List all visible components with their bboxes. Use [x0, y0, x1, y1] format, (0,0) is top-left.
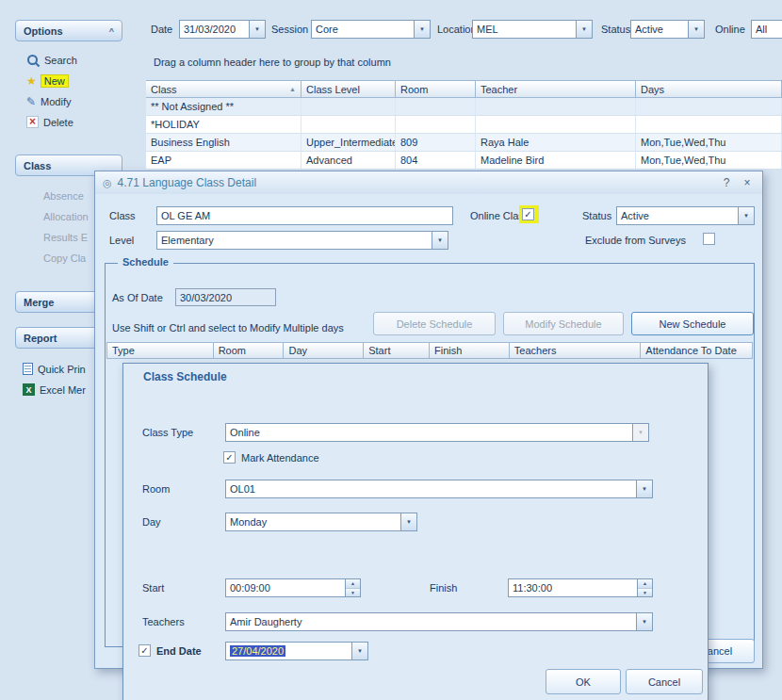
chevron-down-icon[interactable]: ▼: [414, 21, 430, 38]
button-label: Modify Schedule: [525, 318, 601, 330]
teachers-combo[interactable]: Amir Daugherty ▼: [225, 612, 653, 631]
chevron-down-icon[interactable]: ▼: [738, 207, 754, 224]
chevron-down-icon[interactable]: ▼: [576, 21, 592, 38]
sidebar-panel-options[interactable]: Options ^: [15, 20, 122, 41]
column-label: Teachers: [514, 345, 557, 356]
table-row[interactable]: *HOLIDAY: [146, 116, 782, 134]
spin-down-icon[interactable]: ▼: [638, 589, 652, 597]
close-icon[interactable]: ×: [740, 176, 755, 189]
chevron-down-icon[interactable]: ▼: [351, 643, 367, 659]
start-time-value: 00:09:00: [226, 582, 345, 594]
column-header-teachers[interactable]: Teachers: [510, 343, 642, 358]
help-icon[interactable]: ?: [719, 176, 734, 189]
level-combo[interactable]: Elementary ▼: [156, 231, 448, 250]
column-header-attendance[interactable]: Attendance To Date: [641, 343, 752, 358]
exclude-surveys-checkbox[interactable]: [703, 233, 715, 245]
cancel-button[interactable]: Cancel: [626, 669, 703, 694]
chevron-down-icon[interactable]: ▼: [432, 232, 448, 249]
spin-down-icon[interactable]: ▼: [346, 589, 360, 597]
spin-up-icon[interactable]: ▲: [638, 579, 652, 589]
cell-teacher: [476, 116, 636, 133]
chevron-down-icon[interactable]: ▼: [400, 513, 416, 530]
status-filter-combo[interactable]: Active ▼: [630, 20, 705, 39]
column-header-teacher[interactable]: Teacher: [476, 81, 636, 97]
table-row[interactable]: Business English Upper_Intermediate 809 …: [146, 134, 782, 152]
end-date-combo[interactable]: 27/04/2020 ▼: [225, 642, 368, 660]
finish-time-spinner[interactable]: 11:30:00 ▲ ▼: [508, 578, 653, 597]
dialog-titlebar[interactable]: ◎ 4.71 Language Class Detail ? ×: [95, 171, 762, 194]
cell-teacher: Raya Hale: [476, 134, 636, 151]
sidebar-item-search[interactable]: Search: [26, 54, 77, 67]
class-schedule-dialog: Class Schedule Class Type Online ▼ ✓ Mar…: [122, 363, 709, 700]
online-filter-combo[interactable]: All: [751, 20, 782, 39]
sidebar-item-label: New: [41, 75, 68, 87]
chevron-up-icon[interactable]: ^: [109, 26, 114, 36]
button-label: New Schedule: [660, 318, 726, 330]
start-time-spinner[interactable]: 00:09:00 ▲ ▼: [225, 578, 361, 597]
sidebar-item-copy-class: Copy Cla: [43, 252, 86, 264]
spin-up-icon[interactable]: ▲: [346, 579, 360, 589]
as-of-date-value: 30/03/2020: [180, 292, 232, 303]
dialog-title: 4.71 Language Class Detail: [118, 176, 256, 189]
chevron-down-icon[interactable]: ▼: [636, 480, 652, 497]
cell-class-level: Upper_Intermediate: [301, 134, 396, 151]
chevron-down-icon[interactable]: ▼: [688, 21, 704, 38]
column-label: Day: [288, 345, 307, 356]
column-header-type[interactable]: Type: [107, 343, 214, 358]
online-class-checkbox[interactable]: ✓: [522, 208, 534, 220]
print-icon: [23, 363, 33, 375]
sidebar-item-excel-merge[interactable]: X Excel Mer: [23, 383, 86, 396]
location-filter-value: MEL: [473, 24, 576, 35]
sidebar-item-new[interactable]: ★ New: [26, 74, 68, 88]
column-header-class[interactable]: Class ▲: [146, 81, 301, 97]
location-filter-combo[interactable]: MEL ▼: [472, 20, 593, 39]
column-label: Room: [400, 84, 428, 95]
room-label: Room: [142, 483, 170, 495]
chevron-down-icon[interactable]: ▼: [249, 21, 265, 38]
column-label: Class: [151, 84, 177, 95]
column-header-class-level[interactable]: Class Level: [301, 81, 396, 97]
sidebar-item-label: Excel Mer: [40, 384, 86, 396]
column-label: Start: [368, 345, 390, 356]
class-type-label: Class Type: [142, 427, 193, 438]
date-filter-combo[interactable]: 31/03/2020 ▼: [179, 20, 266, 39]
session-filter-combo[interactable]: Core ▼: [311, 20, 431, 39]
spinner-buttons[interactable]: ▲ ▼: [637, 579, 652, 596]
column-header-start[interactable]: Start: [364, 343, 430, 358]
chevron-down-icon[interactable]: ▼: [636, 613, 652, 630]
spinner-buttons[interactable]: ▲ ▼: [345, 579, 360, 596]
status-combo[interactable]: Active ▼: [616, 206, 755, 225]
mark-attendance-checkbox[interactable]: ✓: [223, 451, 236, 464]
sidebar-item-allocation: Allocation: [43, 211, 89, 222]
column-header-days[interactable]: Days: [636, 81, 782, 97]
sidebar-item-delete[interactable]: × Delete: [26, 116, 73, 128]
cell-class-level: Advanced: [301, 152, 396, 169]
cell-class: EAP: [146, 152, 301, 169]
column-header-finish[interactable]: Finish: [430, 343, 510, 358]
as-of-date-label: As Of Date: [112, 292, 163, 303]
report-header-label: Report: [24, 333, 57, 344]
column-label: Finish: [434, 345, 462, 356]
class-name-input[interactable]: OL GE AM: [156, 206, 453, 225]
column-header-room[interactable]: Room: [214, 343, 285, 358]
day-combo[interactable]: Monday ▼: [225, 513, 417, 531]
column-header-room[interactable]: Room: [396, 81, 476, 97]
as-of-date-field[interactable]: 30/03/2020: [175, 288, 276, 306]
start-label: Start: [142, 582, 164, 594]
merge-header-label: Merge: [24, 297, 54, 308]
table-row[interactable]: EAP Advanced 804 Madeline Bird Mon,Tue,W…: [146, 152, 782, 170]
finish-time-value: 11:30:00: [509, 582, 637, 594]
date-filter-value: 31/03/2020: [180, 24, 249, 35]
column-header-day[interactable]: Day: [284, 343, 364, 358]
new-schedule-button[interactable]: New Schedule: [631, 312, 754, 335]
status-filter-label: Status: [601, 24, 630, 35]
sidebar-item-quick-print[interactable]: Quick Prin: [23, 363, 86, 375]
teachers-label: Teachers: [142, 616, 185, 627]
room-combo[interactable]: OL01 ▼: [225, 480, 653, 498]
sidebar-item-modify[interactable]: ✎ Modify: [26, 95, 71, 108]
table-row[interactable]: ** Not Assigned **: [146, 98, 782, 116]
ok-button[interactable]: OK: [546, 669, 621, 694]
status-value: Active: [617, 210, 738, 221]
end-date-checkbox[interactable]: ✓: [138, 644, 151, 657]
schedule-group-title: Schedule: [118, 256, 173, 268]
